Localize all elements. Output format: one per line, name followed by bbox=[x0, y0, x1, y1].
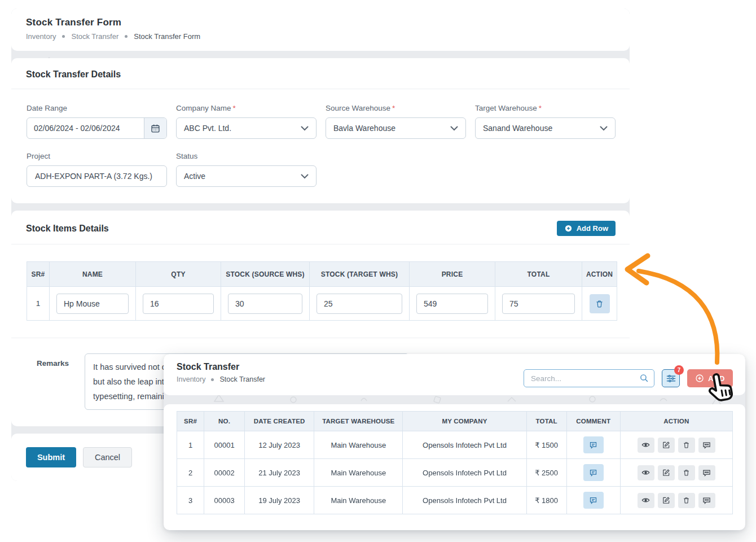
col-total: TOTAL bbox=[495, 262, 582, 287]
cell-warehouse: Main Warehouse bbox=[314, 459, 403, 487]
table-row: 2 00002 21 July 2023 Main Warehouse Open… bbox=[177, 459, 733, 487]
filter-button[interactable]: 7 bbox=[662, 369, 680, 387]
chat-button[interactable] bbox=[698, 493, 715, 508]
stock-transfer-table: SR# NO. DATE CREATED TARGET WAREHOUSE MY… bbox=[177, 411, 733, 514]
list-table-header-row: SR# NO. DATE CREATED TARGET WAREHOUSE MY… bbox=[177, 412, 733, 431]
col-date-created: DATE CREATED bbox=[245, 412, 314, 431]
delete-button[interactable] bbox=[678, 493, 695, 508]
cell-total: ₹ 2500 bbox=[526, 459, 566, 487]
delete-button[interactable] bbox=[678, 465, 695, 480]
message-square-icon bbox=[589, 496, 597, 505]
cell-date: 21 July 2023 bbox=[245, 459, 314, 487]
col-total: TOTAL bbox=[526, 412, 566, 431]
col-stock-source: STOCK (SOURCE WHS) bbox=[221, 262, 310, 287]
eye-icon bbox=[641, 469, 650, 476]
table-row: 1 00001 12 July 2023 Main Warehouse Open… bbox=[177, 431, 733, 459]
trash-icon bbox=[683, 469, 690, 477]
edit-button[interactable] bbox=[658, 493, 675, 508]
page-header-card: Stock Transfer Form Inventory Stock Tran… bbox=[11, 8, 630, 51]
list-window-header: Stock Transfer Inventory Stock Transfer bbox=[164, 354, 745, 395]
message-dots-icon bbox=[702, 442, 711, 449]
comment-button[interactable] bbox=[583, 464, 604, 481]
search-icon bbox=[639, 373, 649, 385]
view-button[interactable] bbox=[638, 438, 654, 453]
col-action: ACTION bbox=[582, 262, 617, 287]
cell-total: ₹ 1800 bbox=[526, 487, 566, 514]
eye-icon bbox=[641, 442, 650, 448]
eye-icon bbox=[641, 497, 650, 504]
required-mark: * bbox=[233, 104, 236, 112]
list-window-body: SR# NO. DATE CREATED TARGET WAREHOUSE MY… bbox=[164, 404, 745, 530]
company-select[interactable]: ABC Pvt. Ltd. bbox=[176, 117, 317, 139]
delete-button[interactable] bbox=[678, 438, 695, 453]
required-mark: * bbox=[392, 104, 395, 112]
field-company: Company Name* ABC Pvt. Ltd. bbox=[176, 104, 317, 139]
project-input[interactable] bbox=[27, 165, 167, 187]
date-range-label: Date Range bbox=[27, 104, 167, 112]
source-warehouse-select[interactable]: Bavla Warehouse bbox=[326, 117, 466, 139]
item-qty-input[interactable] bbox=[143, 294, 214, 314]
cell-sr: 3 bbox=[177, 487, 204, 514]
search-input[interactable] bbox=[524, 369, 654, 387]
cancel-button[interactable]: Cancel bbox=[83, 447, 132, 467]
project-label: Project bbox=[27, 152, 167, 160]
table-row: 3 00003 19 July 2023 Main Warehouse Open… bbox=[177, 487, 733, 514]
cell-company: Opensols Infotech Pvt Ltd bbox=[403, 487, 526, 514]
message-dots-icon bbox=[702, 497, 711, 504]
chevron-down-icon bbox=[301, 172, 309, 181]
edit-button[interactable] bbox=[658, 465, 675, 480]
view-button[interactable] bbox=[638, 465, 654, 480]
table-row: 1 bbox=[27, 287, 617, 321]
company-label: Company Name* bbox=[176, 104, 317, 112]
status-label: Status bbox=[176, 152, 317, 160]
col-price: PRICE bbox=[410, 262, 495, 287]
submit-button[interactable]: Submit bbox=[26, 447, 76, 467]
delete-row-button[interactable] bbox=[590, 294, 610, 313]
chat-button[interactable] bbox=[698, 465, 715, 480]
cell-company: Opensols Infotech Pvt Ltd bbox=[403, 431, 526, 459]
add-row-button[interactable]: Add Row bbox=[557, 221, 616, 236]
comment-button[interactable] bbox=[583, 436, 604, 453]
col-qty: QTY bbox=[136, 262, 221, 287]
col-my-company: MY COMPANY bbox=[403, 412, 526, 431]
breadcrumb-current: Stock Transfer Form bbox=[134, 32, 200, 41]
field-status: Status Active bbox=[176, 152, 317, 187]
add-button[interactable]: ADD bbox=[687, 369, 733, 387]
col-name: NAME bbox=[50, 262, 136, 287]
status-select[interactable]: Active bbox=[176, 165, 317, 187]
status-selected-value: Active bbox=[184, 172, 205, 181]
cell-sr: 1 bbox=[27, 287, 50, 321]
edit-button[interactable] bbox=[658, 438, 675, 453]
chevron-down-icon bbox=[450, 124, 458, 133]
item-stock-target-input[interactable] bbox=[317, 294, 402, 314]
cell-date: 12 July 2023 bbox=[245, 431, 314, 459]
date-range-input[interactable] bbox=[27, 118, 144, 138]
breadcrumb-separator-dot bbox=[211, 378, 214, 381]
breadcrumb-stock-transfer[interactable]: Stock Transfer bbox=[71, 32, 118, 41]
item-name-input[interactable] bbox=[56, 294, 129, 314]
trash-icon bbox=[683, 441, 690, 449]
add-row-label: Add Row bbox=[577, 224, 608, 233]
breadcrumb-current: Stock Transfer bbox=[219, 375, 265, 383]
comment-button[interactable] bbox=[583, 492, 604, 509]
chat-button[interactable] bbox=[698, 438, 715, 453]
field-project: Project bbox=[27, 152, 167, 187]
date-range-field bbox=[27, 117, 167, 139]
target-warehouse-select[interactable]: Sanand Warehouse bbox=[475, 117, 616, 139]
details-form: Date Range C bbox=[11, 89, 630, 187]
item-total-input[interactable] bbox=[502, 294, 575, 314]
edit-icon bbox=[662, 441, 670, 449]
breadcrumb-inventory[interactable]: Inventory bbox=[26, 32, 56, 41]
item-price-input[interactable] bbox=[416, 294, 488, 314]
col-comment: COMMENT bbox=[566, 412, 620, 431]
cell-warehouse: Main Warehouse bbox=[314, 431, 403, 459]
cell-warehouse: Main Warehouse bbox=[314, 487, 403, 514]
message-square-icon bbox=[589, 469, 597, 477]
view-button[interactable] bbox=[638, 493, 654, 508]
field-date-range: Date Range bbox=[27, 104, 167, 139]
filter-count-badge: 7 bbox=[674, 365, 684, 375]
item-stock-source-input[interactable] bbox=[228, 294, 302, 314]
calendar-icon[interactable] bbox=[144, 118, 166, 138]
breadcrumb-inventory[interactable]: Inventory bbox=[177, 375, 205, 383]
company-selected-value: ABC Pvt. Ltd. bbox=[184, 124, 231, 133]
